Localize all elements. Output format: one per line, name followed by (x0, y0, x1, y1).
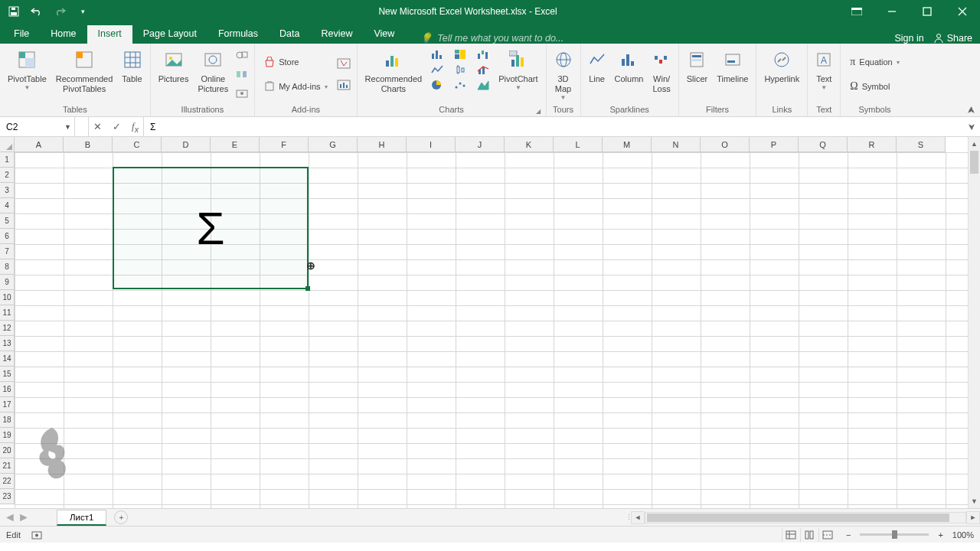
vscroll-thumb[interactable] (970, 151, 978, 174)
row-header[interactable]: 17 (0, 397, 15, 412)
column-header[interactable]: B (64, 137, 113, 152)
tab-home[interactable]: Home (40, 25, 87, 44)
column-header[interactable]: M (603, 137, 652, 152)
column-header[interactable]: A (15, 137, 64, 152)
formula-input[interactable]: Σ (144, 117, 963, 136)
tell-me-search[interactable]: 💡 Tell me what you want to do... (420, 32, 564, 44)
row-header[interactable]: 23 (0, 489, 15, 504)
row-header[interactable]: 12 (0, 321, 15, 336)
column-header[interactable]: S (897, 137, 946, 152)
text-button[interactable]: A Text ▼ (811, 45, 837, 103)
sheet-tab-active[interactable]: Лист1 (57, 510, 106, 526)
cells-area[interactable]: Σ ⊕ (15, 152, 968, 508)
row-header[interactable]: 7 (0, 244, 15, 259)
zoom-slider[interactable] (860, 533, 929, 536)
row-header[interactable]: 3 (0, 183, 15, 198)
column-header[interactable]: R (848, 137, 897, 152)
hyperlink-button[interactable]: Hyperlink (760, 45, 804, 103)
tab-data[interactable]: Data (269, 25, 310, 44)
charts-launcher-icon[interactable]: ◢ (536, 108, 541, 115)
column-header[interactable]: I (407, 137, 456, 152)
timeline-button[interactable]: Timeline (712, 45, 753, 103)
people-graph-icon[interactable] (337, 80, 351, 90)
qat-dropdown-icon[interactable]: ▾ (75, 4, 90, 19)
sheet-nav-next-icon[interactable]: ► (17, 510, 31, 524)
column-chart-icon[interactable] (431, 48, 443, 60)
fx-icon[interactable]: fx (132, 120, 139, 134)
3d-map-button[interactable]: 3D Map ▼ (550, 45, 577, 103)
column-header[interactable]: O (701, 137, 750, 152)
recommended-pivot-button[interactable]: Recommended PivotTables (51, 45, 118, 103)
zoom-thumb[interactable] (892, 530, 897, 539)
row-header[interactable]: 15 (0, 367, 15, 382)
row-header[interactable]: 10 (0, 290, 15, 305)
my-addins-button[interactable]: My Add-ins ▾ (261, 80, 330, 93)
zoom-out-icon[interactable]: − (846, 530, 851, 540)
surface-chart-icon[interactable] (477, 79, 489, 91)
pivotchart-button[interactable]: PivotChart ▼ (494, 45, 542, 103)
ribbon-display-icon[interactable] (839, 0, 874, 23)
save-icon[interactable] (6, 4, 21, 19)
sheet-nav-prev-icon[interactable]: ◄ (3, 510, 17, 524)
recommended-charts-button[interactable]: Recommended Charts (361, 45, 427, 103)
scatter-chart-icon[interactable] (454, 79, 466, 91)
page-layout-view-icon[interactable] (800, 528, 818, 542)
hscroll-thumb[interactable] (647, 514, 949, 522)
row-header[interactable]: 1 (0, 152, 15, 168)
zoom-in-icon[interactable]: + (938, 530, 942, 540)
column-header[interactable]: P (750, 137, 799, 152)
tab-file[interactable]: File (3, 25, 40, 44)
collapse-ribbon-icon[interactable]: ⮝ (968, 106, 975, 114)
redo-icon[interactable] (52, 4, 67, 19)
row-header[interactable]: 2 (0, 168, 15, 183)
column-header[interactable]: Q (799, 137, 848, 152)
online-pictures-button[interactable]: Online Pictures (193, 45, 233, 103)
row-header[interactable]: 19 (0, 428, 15, 443)
statistic-chart-icon[interactable] (454, 64, 466, 76)
maximize-icon[interactable] (910, 0, 945, 23)
share-button[interactable]: Share (933, 33, 972, 44)
pictures-button[interactable]: Pictures (154, 45, 194, 103)
macro-record-icon[interactable] (31, 530, 42, 540)
sign-in-link[interactable]: Sign in (894, 33, 923, 44)
row-header[interactable]: 11 (0, 305, 15, 321)
row-header[interactable]: 8 (0, 259, 15, 275)
sparkline-winloss-button[interactable]: Win/ Loss (648, 45, 675, 103)
symbol-button[interactable]: ΩSymbol (847, 79, 903, 94)
zoom-level[interactable]: 100% (952, 530, 974, 540)
scroll-right-icon[interactable]: ► (966, 511, 980, 524)
shapes-icon[interactable] (236, 50, 248, 60)
hierarchy-chart-icon[interactable] (454, 48, 466, 60)
column-header[interactable]: G (309, 137, 358, 152)
row-header[interactable]: 16 (0, 382, 15, 397)
scroll-up-icon[interactable]: ▲ (969, 137, 980, 151)
enter-icon[interactable]: ✓ (113, 121, 121, 132)
name-box-dropdown-icon[interactable]: ▼ (64, 123, 71, 131)
page-break-view-icon[interactable] (818, 528, 837, 542)
row-header[interactable]: 18 (0, 412, 15, 428)
row-header[interactable]: 5 (0, 214, 15, 229)
pie-chart-icon[interactable] (431, 79, 443, 91)
equation-button[interactable]: πEquation ▾ (847, 54, 903, 70)
row-header[interactable]: 13 (0, 336, 15, 351)
name-box[interactable]: C2 ▼ (0, 117, 75, 136)
screenshot-icon[interactable] (236, 88, 248, 99)
column-header[interactable]: F (260, 137, 309, 152)
row-header[interactable]: 6 (0, 229, 15, 244)
row-header[interactable]: 9 (0, 275, 15, 290)
column-header[interactable]: N (652, 137, 701, 152)
row-header[interactable]: 4 (0, 198, 15, 214)
column-header[interactable]: C (113, 137, 162, 152)
worksheet-grid[interactable]: ABCDEFGHIJKLMNOPQRS 12345678910111213141… (0, 137, 980, 508)
line-chart-icon[interactable] (431, 64, 443, 76)
row-header[interactable]: 22 (0, 474, 15, 489)
waterfall-chart-icon[interactable] (477, 48, 489, 60)
tab-formulas[interactable]: Formulas (207, 25, 269, 44)
scroll-left-icon[interactable]: ◄ (631, 511, 645, 524)
column-header[interactable]: J (456, 137, 505, 152)
column-header[interactable]: H (358, 137, 407, 152)
cancel-icon[interactable]: ✕ (93, 121, 102, 132)
add-sheet-button[interactable]: + (114, 510, 128, 524)
table-button[interactable]: Table (117, 45, 146, 103)
smartart-icon[interactable] (236, 69, 248, 80)
